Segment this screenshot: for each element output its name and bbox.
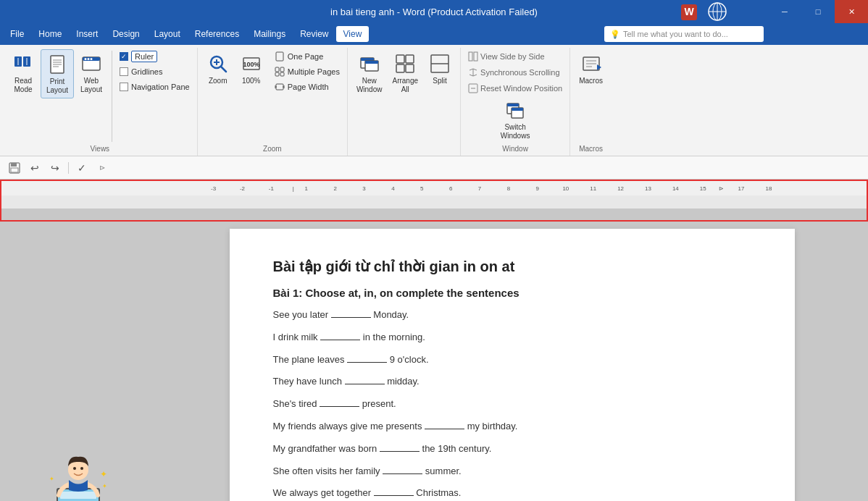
nav-pane-checkbox[interactable] [120,83,128,91]
svg-rect-47 [474,52,477,61]
ruler-checkbox-row[interactable]: ✓ Ruler [117,49,193,64]
undo-quick-btn[interactable]: ↩ [26,159,43,177]
nav-pane-label: Navigation Pane [131,83,190,91]
svg-text:100%: 100% [243,61,259,68]
svg-text:W: W [684,6,694,17]
arrange-all-icon [393,52,417,75]
ruler-checkbox[interactable]: ✓ [120,52,128,61]
page-width-button[interactable]: Page Width [272,80,343,94]
svg-point-19 [91,58,93,60]
svg-text:12: 12 [617,185,624,192]
qa-separator [68,162,69,174]
gridlines-checkbox-row[interactable]: Gridlines [117,64,193,79]
doc-line-5: My friends always give me presents my bi… [273,419,751,434]
web-layout-button[interactable]: WebLayout [75,49,107,97]
svg-text:✦: ✦ [49,476,54,482]
nav-pane-checkbox-row[interactable]: Navigation Pane [117,80,193,94]
zoom100-label: 100% [242,77,261,85]
read-mode-button[interactable]: ReadMode [7,49,39,97]
menu-file[interactable]: File [3,26,31,42]
save-quick-btn[interactable] [6,159,23,177]
macros-group-label: Macros [575,143,607,154]
svg-text:⊳: ⊳ [719,185,724,192]
ribbon-group-window: View Side by Side Synchronous Scrolling … [461,48,570,156]
reset-window-button[interactable]: Reset Window Position [465,81,565,96]
doc-subtitle: Bài 1: Choose at, in, on complete the se… [273,287,751,299]
multiple-pages-button[interactable]: Multiple Pages [272,64,343,79]
menu-layout[interactable]: Layout [147,26,188,42]
menu-mailings[interactable]: Mailings [246,26,293,42]
svg-point-17 [85,58,87,60]
sync-scrolling-button[interactable]: Synchronous Scrolling [465,65,562,80]
close-button[interactable]: ✕ [835,0,868,23]
svg-text:-3: -3 [211,185,217,192]
view-side-by-side-label: View Side by Side [480,52,544,61]
ribbon-group-macros: Macros Macros [570,48,612,156]
menu-insert[interactable]: Insert [69,26,105,42]
doc-line-8: We always get together Christmas. [273,486,751,501]
svg-text:7: 7 [478,185,482,192]
svg-text:-1: -1 [269,185,275,192]
search-placeholder: Tell me what you want to do... [623,30,728,38]
svg-text:4: 4 [391,185,395,192]
read-mode-label: ReadMode [14,77,32,94]
macros-button[interactable]: Macros [575,49,607,88]
ribbon: ReadMode PrintLayout [0,45,868,156]
one-page-button[interactable]: One Page [272,49,343,64]
doc-line-0: See you later Monday. [273,308,751,323]
macros-content: Macros [575,49,607,143]
svg-rect-29 [275,72,279,76]
new-window-button[interactable]: NewWindow [352,49,387,97]
svg-rect-31 [276,84,283,90]
search-box[interactable]: 💡 Tell me what you want to do... [604,26,764,42]
menu-design[interactable]: Design [105,26,146,42]
doc-line-4: She's tired present. [273,397,751,412]
menu-review[interactable]: Review [293,26,335,42]
svg-rect-41 [406,55,414,63]
zoom100-button[interactable]: 100% 100% [235,49,267,88]
redo-quick-btn[interactable]: ↪ [46,159,64,177]
page-indicator: ⊳ [99,164,105,172]
svg-rect-42 [396,64,404,72]
svg-text:15: 15 [700,185,706,192]
blank-8 [374,495,414,496]
arrange-all-button[interactable]: ArrangeAll [388,49,422,97]
gridlines-checkbox[interactable] [120,67,128,76]
main-area: ✦ ✦ ✦ ThuthuatOffice THỦ THUẬT DÀN DỰNG … [0,222,868,501]
menu-references[interactable]: References [188,26,246,42]
window-btns-label [352,151,456,154]
ribbon-group-window-btns: NewWindow ArrangeAll [348,48,461,156]
maximize-button[interactable]: □ [801,0,835,23]
window-title: in bai tieng anh - Word (Product Activat… [330,7,538,17]
svg-rect-40 [396,55,404,63]
check-quick-btn[interactable]: ✓ [73,159,91,177]
logo-illustration: ✦ ✦ ✦ [35,446,122,501]
arrange-all-label: ArrangeAll [392,77,418,94]
print-layout-icon [46,53,69,76]
split-icon [428,52,451,75]
svg-rect-62 [11,168,18,172]
svg-rect-89 [60,492,96,499]
gridlines-label: Gridlines [131,67,162,76]
svg-text:8: 8 [507,185,511,192]
svg-text:10: 10 [562,185,569,192]
multiple-pages-label: Multiple Pages [288,67,340,76]
menu-home[interactable]: Home [31,26,69,42]
view-side-by-side-button[interactable]: View Side by Side [465,49,547,64]
read-mode-icon [12,52,35,75]
zoom-button[interactable]: Zoom [202,49,234,88]
quick-access-toolbar: ↩ ↪ ✓ ⊳ [0,156,868,180]
minimize-button[interactable]: ─ [768,0,801,23]
window-group-label: Window [465,143,565,154]
doc-line-1: I drink milk in the morning. [273,330,751,345]
svg-line-21 [221,67,226,72]
svg-text:11: 11 [590,185,596,192]
new-window-label: NewWindow [356,77,383,94]
svg-text:✦: ✦ [100,469,107,479]
print-layout-button[interactable]: PrintLayout [41,49,74,98]
views-content: ReadMode PrintLayout [7,49,193,143]
show-checkboxes: ✓ Ruler Gridlines Navigation Pane [117,49,193,94]
switch-windows-button[interactable]: SwitchWindows [496,96,535,143]
split-button[interactable]: Split [424,49,456,88]
menu-view[interactable]: View [336,26,370,42]
